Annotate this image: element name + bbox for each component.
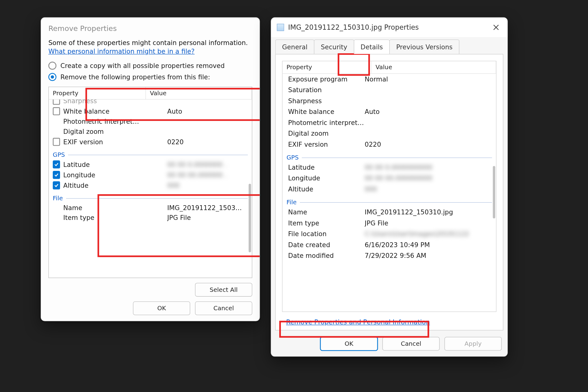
remove-properties-link[interactable]: Remove Properties and Personal Informati… bbox=[286, 318, 503, 326]
dialog-title: IMG_20191122_150310.jpg Properties bbox=[288, 23, 419, 31]
list-item[interactable]: Item typeJPG File bbox=[49, 213, 252, 223]
scrollbar[interactable] bbox=[493, 166, 495, 218]
col-property: Property bbox=[282, 61, 371, 73]
col-value: Value bbox=[146, 87, 252, 99]
list-item[interactable]: Longitude00 00 00.000000 . bbox=[49, 170, 252, 180]
list-item[interactable]: Altitude000 bbox=[49, 180, 252, 190]
close-icon bbox=[493, 24, 499, 31]
remove-properties-dialog: Remove Properties Some of these properti… bbox=[41, 17, 260, 321]
col-property: Property bbox=[49, 87, 146, 99]
lead-text: Some of these properties might contain p… bbox=[48, 39, 252, 47]
checkbox-icon[interactable] bbox=[53, 138, 60, 146]
cancel-button[interactable]: Cancel bbox=[383, 337, 440, 351]
list-item[interactable]: Altitude000 bbox=[282, 184, 496, 195]
list-item[interactable]: NameIMG_20191122_150310.jpg bbox=[282, 207, 496, 218]
group-file: File bbox=[282, 195, 496, 207]
file-icon bbox=[277, 24, 284, 31]
group-gps: GPS bbox=[282, 150, 496, 162]
tab-general[interactable]: General bbox=[275, 40, 315, 54]
apply-button[interactable]: Apply bbox=[444, 337, 502, 351]
tab-details[interactable]: Details bbox=[354, 40, 390, 54]
radio-create-copy[interactable]: Create a copy with all possible properti… bbox=[48, 62, 252, 70]
list-item[interactable]: Latitude00 00 0.0000000 . bbox=[49, 159, 252, 170]
list-item[interactable]: White balanceAuto bbox=[282, 106, 496, 117]
radio-label: Create a copy with all possible properti… bbox=[60, 62, 224, 70]
list-item[interactable]: Digital zoom bbox=[282, 128, 496, 139]
property-list[interactable]: Property Value Exposure programNormal Sa… bbox=[282, 61, 496, 312]
checkbox-icon[interactable] bbox=[53, 107, 60, 115]
list-item[interactable]: Digital zoom bbox=[49, 126, 252, 137]
list-item[interactable]: Sharpness bbox=[49, 100, 252, 106]
col-value: Value bbox=[371, 61, 496, 73]
ok-button[interactable]: OK bbox=[320, 337, 378, 351]
checkbox-icon[interactable] bbox=[53, 181, 60, 189]
radio-icon bbox=[48, 73, 56, 81]
file-properties-dialog: IMG_20191122_150310.jpg Properties Gener… bbox=[271, 17, 508, 357]
checkbox-icon[interactable] bbox=[53, 171, 60, 179]
list-item[interactable]: EXIF version0220 bbox=[282, 139, 496, 150]
tab-bar: General Security Details Previous Versio… bbox=[271, 37, 507, 54]
list-item[interactable]: Exposure programNormal bbox=[282, 74, 496, 85]
radio-remove-following[interactable]: Remove the following properties from thi… bbox=[48, 73, 252, 81]
list-item[interactable]: White balanceAuto bbox=[49, 106, 252, 116]
list-header: Property Value bbox=[49, 87, 252, 100]
ok-button[interactable]: OK bbox=[133, 301, 190, 315]
group-gps: GPS bbox=[49, 147, 252, 159]
list-item[interactable]: EXIF version0220 bbox=[49, 137, 252, 147]
personal-info-link[interactable]: What personal information might be in a … bbox=[48, 47, 252, 55]
list-item[interactable]: Latitude00 00 0.0000000000 bbox=[282, 162, 496, 173]
tab-security[interactable]: Security bbox=[314, 40, 354, 54]
dialog-title: Remove Properties bbox=[41, 18, 259, 37]
list-item[interactable]: Photometric interpretation bbox=[282, 117, 496, 128]
list-header: Property Value bbox=[282, 61, 496, 74]
radio-label: Remove the following properties from thi… bbox=[60, 73, 210, 81]
list-item[interactable]: Saturation bbox=[282, 85, 496, 96]
list-item[interactable]: NameIMG_20191122_1503… bbox=[49, 203, 252, 213]
scrollbar[interactable] bbox=[249, 184, 251, 252]
checkbox-icon[interactable] bbox=[53, 100, 60, 105]
property-list[interactable]: Property Value Sharpness White balanceAu… bbox=[48, 87, 252, 278]
select-all-button[interactable]: Select All bbox=[195, 283, 252, 297]
tab-previous-versions[interactable]: Previous Versions bbox=[389, 40, 459, 54]
list-item[interactable]: File locationC:\Users\User\Images\201911… bbox=[282, 228, 496, 239]
list-item[interactable]: Date created6/16/2023 10:49 PM bbox=[282, 239, 496, 251]
group-file: File bbox=[49, 190, 252, 202]
close-button[interactable] bbox=[490, 22, 502, 33]
cancel-button[interactable]: Cancel bbox=[195, 301, 252, 315]
checkbox-icon[interactable] bbox=[53, 160, 60, 168]
list-item[interactable]: Item typeJPG File bbox=[282, 218, 496, 229]
list-item[interactable]: Date modified7/29/2022 9:56 AM bbox=[282, 250, 496, 261]
list-item[interactable]: Photometric interpret… bbox=[49, 116, 252, 126]
radio-icon bbox=[48, 62, 56, 70]
list-item[interactable]: Longitude00 00 00.000000000 bbox=[282, 173, 496, 184]
list-item[interactable]: Sharpness bbox=[282, 96, 496, 107]
